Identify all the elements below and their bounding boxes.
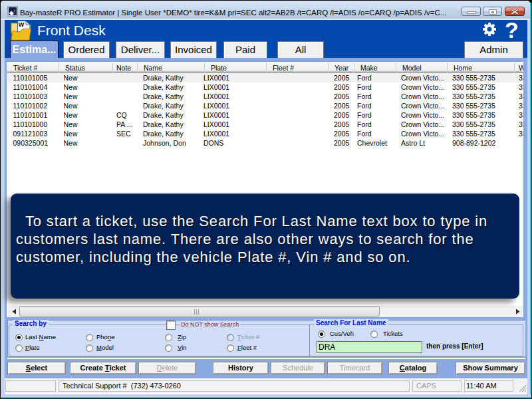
svg-text:W: W (19, 21, 25, 28)
